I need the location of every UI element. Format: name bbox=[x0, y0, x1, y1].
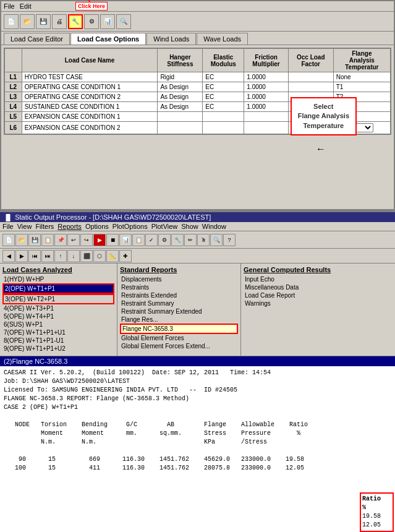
general-list: Input EchoMiscellaneous DataLoad Case Re… bbox=[244, 275, 393, 307]
menu-bottom-show[interactable]: Show bbox=[181, 223, 198, 230]
toolbar-save[interactable]: 💾 bbox=[36, 14, 51, 29]
report-item[interactable]: Flange Res... bbox=[120, 315, 238, 324]
tb-run[interactable]: ▶ bbox=[93, 234, 106, 246]
toolbar-print[interactable]: 🖨 bbox=[52, 14, 67, 29]
row-id: L4 bbox=[5, 102, 22, 112]
menu-bottom-window[interactable]: Window bbox=[202, 223, 226, 230]
standard-reports-title: Standard Reports bbox=[120, 266, 238, 273]
load-case-item[interactable]: 5(OPE) W+T4+P1 bbox=[2, 312, 114, 320]
menu-bottom-view[interactable]: View bbox=[17, 223, 32, 230]
menu-bottom-file[interactable]: File bbox=[2, 223, 14, 230]
tb-check[interactable]: ✓ bbox=[145, 234, 158, 246]
row-occ bbox=[288, 82, 333, 92]
tb-zoom[interactable]: 🔍 bbox=[210, 234, 223, 246]
report-item[interactable]: Restraints bbox=[120, 283, 238, 291]
tb-open[interactable]: 📂 bbox=[15, 234, 28, 246]
load-case-item[interactable]: 6(SUS) W+P1 bbox=[2, 320, 114, 328]
toolbar-btn4[interactable]: 🔍 bbox=[116, 14, 131, 29]
tb-chart[interactable]: 📊 bbox=[119, 234, 132, 246]
load-cases-title: Load Cases Analyzed bbox=[2, 266, 114, 273]
tb-paste[interactable]: 📌 bbox=[54, 234, 67, 246]
report-item[interactable]: Global Element Forces Extend... bbox=[120, 342, 238, 350]
tb2-8[interactable]: ⬡ bbox=[93, 250, 106, 262]
tab-wind-loads[interactable]: Wind Loads bbox=[147, 33, 196, 45]
tb-save[interactable]: 💾 bbox=[28, 234, 41, 246]
toolbar-btn3[interactable]: 📊 bbox=[100, 14, 115, 29]
report-item[interactable]: Restraint Summary Extended bbox=[120, 307, 238, 315]
toolbar-open[interactable]: 📂 bbox=[20, 14, 35, 29]
tb-copy[interactable]: 📋 bbox=[41, 234, 54, 246]
load-case-item[interactable]: 9(OPE) W+T1+P1+U2 bbox=[2, 345, 114, 353]
active-case-bar: (2)Flange NC-3658.3 bbox=[0, 356, 395, 366]
row-elastic: EC bbox=[203, 72, 244, 82]
row-name: OPERATING CASE CONDITION 1 bbox=[22, 82, 158, 92]
table-row: L2OPERATING CASE CONDITION 1As DesignEC1… bbox=[5, 82, 391, 92]
row-flange[interactable]: T1 bbox=[333, 82, 390, 92]
tb-redo[interactable]: ↪ bbox=[80, 234, 93, 246]
col-header-name: Load Case Name bbox=[22, 49, 158, 72]
report-item[interactable]: Displacements bbox=[120, 275, 238, 283]
load-case-item[interactable]: 7(OPE) W+T1+P1+U1 bbox=[2, 328, 114, 337]
col-header-hanger: HangerStiffness bbox=[158, 49, 203, 72]
toolbar-active-btn[interactable]: 🔧 Click Here ↙ bbox=[68, 14, 83, 29]
row-name: OPERATING CASE CONDITION 2 bbox=[22, 92, 158, 102]
menu-bottom-plotview[interactable]: PlotView bbox=[151, 223, 178, 230]
menu-bottom-filters[interactable]: Filters bbox=[35, 223, 54, 230]
tb2-9[interactable]: 📐 bbox=[106, 250, 119, 262]
load-case-item[interactable]: 8(OPE) W+T1+P1-U1 bbox=[2, 337, 114, 345]
bottom-title-bar: ▐▌ Static Output Processor - [D:\SHAH GA… bbox=[0, 212, 395, 222]
active-case-label: (2)Flange NC-3658.3 bbox=[4, 358, 67, 365]
load-case-item[interactable]: 2(OPE) W+T1+P1 bbox=[2, 283, 114, 294]
tb2-7[interactable]: ⬛ bbox=[80, 250, 93, 262]
tb-new[interactable]: 📄 bbox=[2, 234, 15, 246]
tb-stop[interactable]: ⏹ bbox=[106, 234, 119, 246]
tb-undo[interactable]: ↩ bbox=[67, 234, 80, 246]
col-header-flange: FlangeAnalysisTemperatur bbox=[333, 49, 390, 72]
toolbar-new[interactable]: 📄 bbox=[4, 14, 19, 29]
tb-settings[interactable]: 🔧 bbox=[171, 234, 184, 246]
report-item[interactable]: Restraint Summary bbox=[120, 299, 238, 307]
general-item[interactable]: Input Echo bbox=[244, 275, 393, 283]
tb2-1[interactable]: ◀ bbox=[2, 250, 15, 262]
report-item[interactable]: Global Element Forces bbox=[120, 334, 238, 342]
tb-edit[interactable]: ✏ bbox=[184, 234, 197, 246]
menu-file[interactable]: File bbox=[4, 2, 15, 10]
general-results-panel: General Computed Results Input EchoMisce… bbox=[241, 264, 395, 356]
tb-table[interactable]: 📋 bbox=[132, 234, 145, 246]
tb-help[interactable]: ? bbox=[223, 234, 236, 246]
row-friction: 1.0000 bbox=[244, 72, 288, 82]
tab-wave-loads[interactable]: Wave Loads bbox=[197, 33, 248, 45]
tab-load-case-editor[interactable]: Load Case Editor bbox=[4, 33, 70, 45]
top-menu-bar: File Edit bbox=[1, 1, 394, 12]
menu-bottom-plotoptions[interactable]: PlotOptions bbox=[113, 223, 148, 230]
report-item[interactable]: Flange NC-3658.3 bbox=[120, 324, 238, 334]
general-item[interactable]: Warnings bbox=[244, 299, 393, 307]
row-flange[interactable]: None bbox=[333, 72, 390, 82]
row-id: L6 bbox=[5, 122, 22, 134]
tb2-2[interactable]: ▶ bbox=[15, 250, 28, 262]
tb2-5[interactable]: ↑ bbox=[54, 250, 67, 262]
col-header-friction: FrictionMultiplier bbox=[244, 49, 288, 72]
tb2-4[interactable]: ⏭ bbox=[41, 250, 54, 262]
report-item[interactable]: Restraints Extended bbox=[120, 291, 238, 299]
general-results-title: General Computed Results bbox=[244, 266, 393, 273]
load-case-item[interactable]: 1(HYD) W+HP bbox=[2, 275, 114, 283]
tb2-6[interactable]: ↓ bbox=[67, 250, 80, 262]
tb-select[interactable]: 🖱 bbox=[197, 234, 210, 246]
tb2-10[interactable]: ✚ bbox=[119, 250, 132, 262]
general-item[interactable]: Miscellaneous Data bbox=[244, 283, 393, 291]
menu-bottom-options[interactable]: Options bbox=[85, 223, 109, 230]
select-flange-callout: SelectFlange AnalysisTemperature bbox=[291, 97, 357, 135]
row-friction: 1.0000 bbox=[244, 92, 288, 102]
tb-config[interactable]: ⚙ bbox=[158, 234, 171, 246]
callout-arrow: ← bbox=[316, 144, 326, 155]
tb2-3[interactable]: ⏮ bbox=[28, 250, 41, 262]
load-case-item[interactable]: 4(OPE) W+T3+P1 bbox=[2, 304, 114, 312]
load-case-item[interactable]: 3(OPE) W+T2+P1 bbox=[2, 294, 114, 304]
toolbar-btn2[interactable]: ⚙ bbox=[84, 14, 99, 29]
general-item[interactable]: Load Case Report bbox=[244, 291, 393, 299]
menu-edit[interactable]: Edit bbox=[20, 2, 32, 10]
tab-load-case-options[interactable]: Load Case Options bbox=[70, 33, 146, 45]
row-occ bbox=[288, 72, 333, 82]
menu-bottom-reports[interactable]: Reports bbox=[57, 223, 82, 230]
